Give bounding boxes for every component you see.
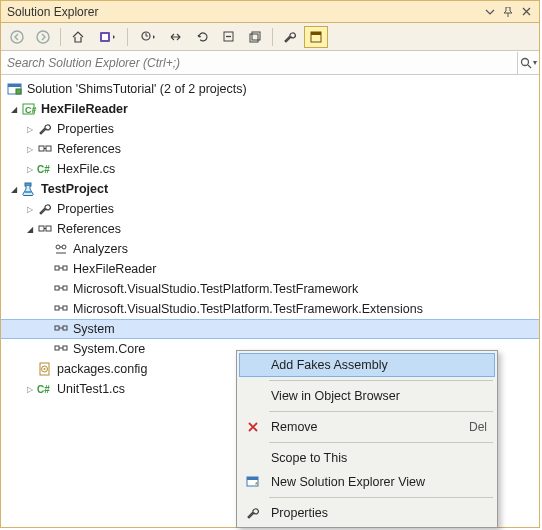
- expand-arrow-icon[interactable]: [23, 202, 37, 216]
- svg-rect-19: [25, 183, 31, 186]
- pin-icon[interactable]: [499, 3, 517, 21]
- csharp-file-node[interactable]: C# HexFile.cs: [1, 159, 539, 179]
- svg-point-1: [37, 31, 49, 43]
- menu-separator: [269, 380, 493, 381]
- menu-label: Remove: [271, 420, 469, 434]
- analyzers-icon: [53, 241, 69, 257]
- refresh-button[interactable]: [191, 26, 215, 48]
- collapse-all-button[interactable]: [217, 26, 241, 48]
- menu-item-view-in-object-browser[interactable]: View in Object Browser: [239, 384, 495, 408]
- analyzers-label: Analyzers: [73, 242, 128, 256]
- references-icon: [37, 141, 53, 157]
- svg-rect-16: [39, 146, 44, 151]
- reference-icon: [53, 341, 69, 357]
- home-button[interactable]: [66, 26, 90, 48]
- csharp-project-icon: C#: [21, 101, 37, 117]
- menu-separator: [269, 497, 493, 498]
- show-all-files-button[interactable]: [243, 26, 267, 48]
- menu-label: Scope to This: [271, 451, 487, 465]
- menu-label: View in Object Browser: [271, 389, 487, 403]
- svg-rect-30: [55, 326, 59, 330]
- search-button[interactable]: ▾: [517, 52, 539, 74]
- reference-item[interactable]: Microsoft.VisualStudio.TestPlatform.Test…: [1, 279, 539, 299]
- menu-label: New Solution Explorer View: [271, 475, 487, 489]
- expand-arrow-icon[interactable]: [23, 142, 37, 156]
- file-label: UnitTest1.cs: [57, 382, 125, 396]
- reference-label: HexFileReader: [73, 262, 156, 276]
- svg-rect-24: [55, 266, 59, 270]
- test-project-icon: [21, 181, 37, 197]
- expand-arrow-icon[interactable]: [23, 122, 37, 136]
- menu-shortcut: Del: [469, 420, 487, 434]
- svg-text:C#: C#: [37, 164, 50, 175]
- project-node-hexfilereader[interactable]: C# HexFileReader: [1, 99, 539, 119]
- expand-arrow-icon[interactable]: [23, 222, 37, 236]
- svg-rect-17: [46, 146, 51, 151]
- properties-label: Properties: [57, 202, 114, 216]
- solution-node[interactable]: Solution 'ShimsTutorial' (2 of 2 project…: [1, 79, 539, 99]
- reference-label: System.Core: [73, 342, 145, 356]
- properties-node[interactable]: Properties: [1, 199, 539, 219]
- svg-text:C#: C#: [25, 105, 37, 115]
- reference-item[interactable]: Microsoft.VisualStudio.TestPlatform.Test…: [1, 299, 539, 319]
- reference-icon: [53, 301, 69, 317]
- svg-point-10: [522, 58, 529, 65]
- expand-arrow-icon[interactable]: [7, 102, 21, 116]
- expand-arrow-icon[interactable]: [23, 382, 37, 396]
- toolbar: [1, 23, 539, 51]
- svg-rect-31: [63, 326, 67, 330]
- menu-item-remove[interactable]: Remove Del: [239, 415, 495, 439]
- properties-button[interactable]: [278, 26, 302, 48]
- csharp-file-icon: C#: [37, 161, 53, 177]
- references-label: References: [57, 142, 121, 156]
- project-label: HexFileReader: [41, 102, 128, 116]
- menu-label: Properties: [271, 506, 487, 520]
- project-node-testproject[interactable]: TestProject: [1, 179, 539, 199]
- svg-rect-21: [46, 226, 51, 231]
- svg-point-22: [56, 245, 60, 249]
- expand-arrow-icon[interactable]: [7, 182, 21, 196]
- search-input[interactable]: [1, 56, 517, 70]
- solution-icon: [7, 81, 23, 97]
- sync-active-document-button[interactable]: [165, 26, 189, 48]
- menu-item-new-solution-explorer-view[interactable]: * New Solution Explorer View: [239, 470, 495, 494]
- menu-separator: [269, 442, 493, 443]
- menu-item-scope-to-this[interactable]: Scope to This: [239, 446, 495, 470]
- references-icon: [37, 221, 53, 237]
- back-button[interactable]: [5, 26, 29, 48]
- svg-rect-25: [63, 266, 67, 270]
- analyzers-node[interactable]: Analyzers: [1, 239, 539, 259]
- menu-item-add-fakes-assembly[interactable]: Add Fakes Assembly: [239, 353, 495, 377]
- svg-rect-9: [311, 32, 321, 35]
- titlebar: Solution Explorer: [1, 1, 539, 23]
- expand-arrow-icon[interactable]: [23, 162, 37, 176]
- wrench-icon: [37, 121, 53, 137]
- reference-item[interactable]: HexFileReader: [1, 259, 539, 279]
- menu-item-properties[interactable]: Properties: [239, 501, 495, 525]
- svg-text:C#: C#: [37, 384, 50, 395]
- reference-icon: [53, 261, 69, 277]
- svg-point-36: [44, 368, 46, 370]
- properties-node[interactable]: Properties: [1, 119, 539, 139]
- references-label: References: [57, 222, 121, 236]
- svg-rect-28: [55, 306, 59, 310]
- wrench-icon: [241, 503, 265, 523]
- svg-rect-20: [39, 226, 44, 231]
- references-node[interactable]: References: [1, 219, 539, 239]
- switch-views-button[interactable]: [92, 26, 122, 48]
- references-node[interactable]: References: [1, 139, 539, 159]
- preview-selected-items-button[interactable]: [304, 26, 328, 48]
- svg-rect-29: [63, 306, 67, 310]
- reference-icon: [53, 321, 69, 337]
- forward-button[interactable]: [31, 26, 55, 48]
- toolbar-separator: [127, 28, 128, 46]
- close-icon[interactable]: [517, 3, 535, 21]
- svg-rect-33: [63, 346, 67, 350]
- svg-point-23: [62, 245, 66, 249]
- reference-label: System: [73, 322, 115, 336]
- pending-changes-filter-button[interactable]: [133, 26, 163, 48]
- reference-icon: [53, 281, 69, 297]
- reference-item-system[interactable]: System: [1, 319, 539, 339]
- svg-rect-12: [8, 84, 21, 87]
- window-position-dropdown-icon[interactable]: [481, 3, 499, 21]
